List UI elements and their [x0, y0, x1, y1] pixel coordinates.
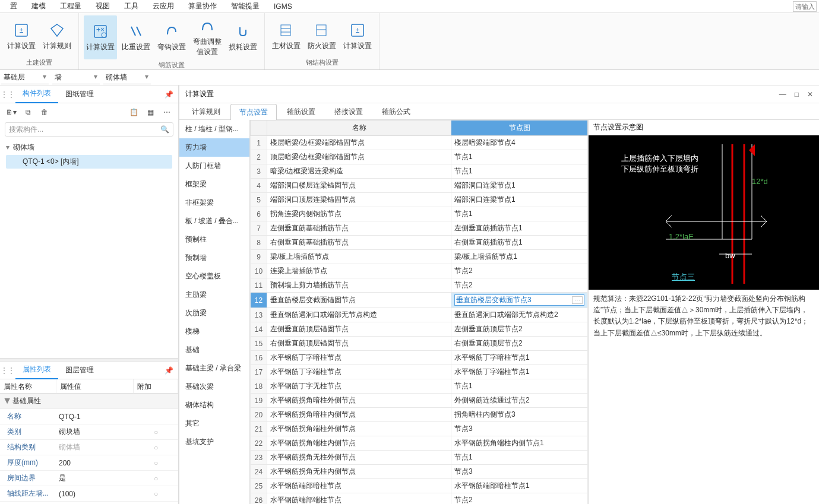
more-icon[interactable]: ⋯: [162, 107, 172, 118]
table-row[interactable]: 10连梁上墙插筋节点节点2: [251, 264, 588, 278]
loss-button[interactable]: 损耗设置: [226, 15, 260, 59]
prop-extra[interactable]: ○: [134, 428, 178, 436]
menu-item[interactable]: 建模: [24, 1, 53, 11]
row-node[interactable]: 左侧垂直筋顶层节点2: [451, 322, 588, 337]
prop-extra[interactable]: ○: [134, 443, 178, 452]
row-node[interactable]: 梁/板上墙插筋节点1: [451, 250, 588, 264]
category-item[interactable]: 基础: [179, 341, 249, 359]
category-item[interactable]: 其它: [179, 414, 249, 433]
col-name[interactable]: 名称: [267, 121, 451, 136]
menu-item[interactable]: 工具: [117, 1, 146, 11]
row-node[interactable]: 垂直筋遇洞口或端部无节点构造2: [451, 308, 588, 322]
tab-properties[interactable]: 属性列表: [15, 361, 58, 379]
property-row[interactable]: 轴线距左墙...(100)○: [0, 486, 178, 502]
table-row[interactable]: 19水平钢筋拐角暗柱外侧节点外侧钢筋连续通过节点2: [251, 394, 588, 408]
menu-item[interactable]: 算量协作: [181, 1, 224, 11]
row-node[interactable]: 拐角暗柱内侧节点3: [451, 408, 588, 422]
category-item[interactable]: 基坑支护: [179, 433, 249, 451]
weight-button[interactable]: 比重设置: [119, 15, 153, 59]
table-row[interactable]: 4端部洞口楼层连梁锚固节点端部洞口连梁节点1: [251, 179, 588, 193]
table-row[interactable]: 2顶层暗梁/边框梁端部锚固节点节点1: [251, 150, 588, 164]
table-row[interactable]: 23水平钢筋拐角无柱外侧节点节点1: [251, 451, 588, 465]
search-input[interactable]: 搜索构件... 🔍: [5, 122, 173, 137]
row-node[interactable]: 外侧钢筋连续通过节点2: [451, 394, 588, 408]
table-row[interactable]: 22水平钢筋拐角端柱内侧节点水平钢筋拐角端柱内侧节点1: [251, 436, 588, 451]
menu-item[interactable]: 视图: [88, 1, 117, 11]
dialog-tab[interactable]: 搭接设置: [325, 103, 372, 119]
category-item[interactable]: 预制墙: [179, 249, 249, 267]
category-item[interactable]: 主肋梁: [179, 286, 249, 304]
table-row[interactable]: 24水平钢筋拐角无柱内侧节点节点3: [251, 465, 588, 479]
row-node[interactable]: 端部洞口连梁节点1: [451, 193, 588, 207]
property-row[interactable]: 厚度(mm)200○: [0, 455, 178, 471]
new-icon[interactable]: 🗎▾: [6, 107, 17, 118]
tab-drawings[interactable]: 图纸管理: [58, 85, 101, 103]
dialog-tab[interactable]: 箍筋公式: [373, 103, 419, 119]
table-row[interactable]: 21水平钢筋拐角端柱外侧节点节点3: [251, 422, 588, 436]
more-button[interactable]: ⋯: [572, 296, 583, 304]
row-node[interactable]: 左侧垂直筋插筋节点1: [451, 221, 588, 236]
menu-item[interactable]: 工程量: [53, 1, 88, 11]
minimize-icon[interactable]: —: [779, 90, 786, 99]
prop-value[interactable]: (100): [56, 490, 134, 498]
row-node[interactable]: 水平钢筋丁字暗柱节点1: [451, 351, 588, 365]
tree-leaf-selected[interactable]: QTQ-1 <0> [内墙]: [6, 155, 172, 169]
node-input[interactable]: [456, 296, 572, 305]
prop-value[interactable]: 砌块墙: [56, 427, 134, 437]
dialog-tab[interactable]: 箍筋设置: [278, 103, 324, 119]
copy-icon[interactable]: ⧉: [23, 107, 33, 118]
col-node[interactable]: 节点图: [451, 121, 588, 136]
row-node[interactable]: 节点1: [451, 207, 588, 221]
maximize-icon[interactable]: □: [795, 90, 799, 99]
tab-layers[interactable]: 图层管理: [58, 362, 101, 379]
delete-icon[interactable]: 🗑: [39, 107, 50, 118]
category-item[interactable]: 预制柱: [179, 230, 249, 249]
row-node[interactable]: 楼层暗梁端部节点4: [451, 136, 588, 150]
menu-item[interactable]: 置: [3, 1, 24, 11]
menu-item[interactable]: 云应用: [146, 1, 181, 11]
row-node[interactable]: 水平钢筋拐角端柱内侧节点1: [451, 436, 588, 451]
rebar-calc-button[interactable]: +× 计算设置: [84, 15, 117, 59]
category-item[interactable]: 剪力墙: [179, 138, 249, 157]
panel-handle-icon[interactable]: ⋮⋮: [0, 90, 15, 99]
dialog-tab[interactable]: 计算规则: [183, 103, 229, 119]
paste-icon[interactable]: 📋: [128, 107, 139, 118]
calc-settings-button[interactable]: ± 计算设置: [5, 15, 38, 57]
diagram-link[interactable]: 节点三: [672, 272, 695, 283]
table-row[interactable]: 20水平钢筋拐角暗柱内侧节点拐角暗柱内侧节点3: [251, 408, 588, 422]
table-row[interactable]: 11预制墙上剪力墙插筋节点节点2: [251, 278, 588, 293]
row-node[interactable]: 节点1: [451, 379, 588, 394]
row-node[interactable]: 节点3: [451, 465, 588, 479]
prop-value[interactable]: 是: [56, 473, 134, 483]
panel-handle-icon[interactable]: ⋮⋮: [0, 366, 15, 375]
table-row[interactable]: 5端部洞口顶层连梁锚固节点端部洞口连梁节点1: [251, 193, 588, 207]
prop-value[interactable]: 砌体墙: [56, 442, 134, 452]
property-row[interactable]: 名称QTQ-1: [0, 409, 178, 424]
row-node-edit[interactable]: ⋯: [451, 293, 588, 308]
property-row[interactable]: 房间边界是○: [0, 471, 178, 486]
category-item[interactable]: 基础次梁: [179, 378, 249, 396]
row-node[interactable]: 水平钢筋端部暗柱节点1: [451, 479, 588, 493]
fireproof-button[interactable]: 防火设置: [305, 15, 339, 57]
category-item[interactable]: 人防门框墙: [179, 157, 249, 175]
sub-combo[interactable]: 砌体墙: [103, 71, 151, 84]
table-row[interactable]: 13垂直钢筋遇洞口或端部无节点构造垂直筋遇洞口或端部无节点构造2: [251, 308, 588, 322]
row-node[interactable]: 右侧垂直筋插筋节点1: [451, 236, 588, 250]
row-node[interactable]: 节点1: [451, 150, 588, 164]
dialog-tab[interactable]: 节点设置: [230, 104, 277, 120]
prop-extra[interactable]: ○: [134, 459, 178, 467]
prop-extra[interactable]: ○: [134, 490, 178, 498]
property-row[interactable]: 类别砌块墙○: [0, 424, 178, 440]
table-row[interactable]: 3暗梁/边框梁遇连梁构造节点1: [251, 164, 588, 179]
prop-value[interactable]: 200: [56, 459, 134, 467]
category-item[interactable]: 楼梯: [179, 322, 249, 341]
category-item[interactable]: 柱 / 墙柱 / 型钢...: [179, 120, 249, 138]
table-row[interactable]: 25水平钢筋端部暗柱节点水平钢筋端部暗柱节点1: [251, 479, 588, 493]
row-node[interactable]: 节点1: [451, 451, 588, 465]
row-node[interactable]: 右侧垂直筋顶层节点2: [451, 337, 588, 351]
table-row[interactable]: 17水平钢筋丁字端柱节点水平钢筋丁字端柱节点1: [251, 365, 588, 379]
prop-value[interactable]: QTQ-1: [56, 413, 134, 421]
table-row[interactable]: 18水平钢筋丁字无柱节点节点1: [251, 379, 588, 394]
hook-button[interactable]: 弯钩设置: [155, 15, 188, 59]
property-row[interactable]: 结构类别砌体墙○: [0, 440, 178, 455]
